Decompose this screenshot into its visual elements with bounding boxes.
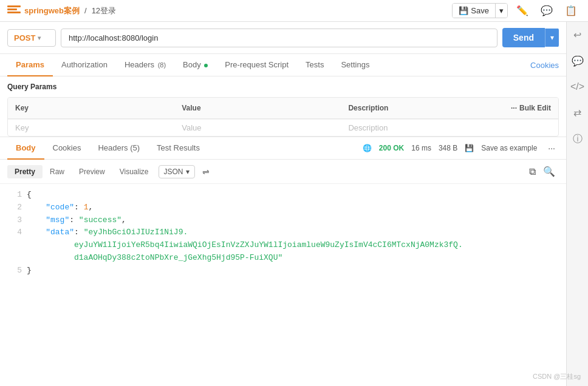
save-icon: 💾 — [459, 6, 468, 15]
top-bar: springweb案例 / 12登录 💾 Save ▾ ✏️ 💬 📋 — [0, 0, 588, 22]
response-status: 200 OK — [379, 144, 404, 152]
json-line-4: 4 "data": "eyJhbGciOiJIUzI1NiJ9. eyJuYW1… — [7, 226, 559, 264]
search-response-button[interactable]: 🔍 — [539, 163, 559, 180]
json-line-1: 1 { — [7, 189, 559, 201]
method-arrow-icon: ▾ — [38, 35, 41, 41]
json-line-2: 2 "code": 1, — [7, 201, 559, 214]
format-tabs: Pretty Raw Preview Visualize JSON ▾ ⇌ ⧉ … — [0, 160, 566, 184]
app-logo: springweb案例 — [7, 5, 80, 16]
bulk-edit-button[interactable]: ··· Bulk Edit — [511, 104, 551, 112]
comment-icon-button[interactable]: 💬 — [537, 2, 556, 19]
response-time: 16 ms — [411, 144, 431, 152]
save-label: Save — [471, 6, 489, 15]
floppy-icon: 💾 — [465, 144, 474, 152]
top-bar-right: 💾 Save ▾ ✏️ 💬 📋 — [452, 2, 581, 19]
key-placeholder[interactable]: Key — [8, 120, 174, 136]
tab-authorization[interactable]: Authorization — [53, 54, 116, 76]
response-more-button[interactable]: ··· — [544, 141, 559, 155]
app-name: springweb案例 — [24, 5, 80, 16]
bulk-edit-label: Bulk Edit — [519, 104, 551, 112]
response-meta: 🌐 200 OK 16 ms 348 B 💾 Save as example ·… — [363, 141, 559, 155]
response-tab-test-results[interactable]: Test Results — [148, 137, 208, 160]
data-key: "data" — [46, 228, 74, 237]
tab-settings[interactable]: Settings — [332, 54, 378, 76]
value-placeholder[interactable]: Value — [174, 120, 341, 136]
response-tab-body[interactable]: Body — [7, 137, 44, 160]
save-dropdown-button[interactable]: ▾ — [495, 4, 507, 18]
params-table: Key Value Description ··· Bulk Edit Key … — [7, 97, 559, 137]
top-bar-left: springweb案例 / 12登录 — [7, 5, 116, 16]
send-button[interactable]: Send — [502, 28, 545, 47]
msg-key: "msg" — [46, 215, 69, 225]
format-tab-preview[interactable]: Preview — [72, 165, 112, 178]
headers-badge: (8) — [158, 61, 166, 69]
json-line-5: 5 } — [7, 265, 559, 277]
code-key: "code" — [46, 203, 74, 212]
response-tab-headers[interactable]: Headers (5) — [89, 137, 148, 160]
params-table-header: Key Value Description ··· Bulk Edit — [8, 98, 558, 119]
main-layout: POST ▾ Send ▾ Params Authorization Heade… — [0, 22, 588, 386]
data-val: "eyJhbGciOiJIUzI1NiJ9. eyJuYW1lIjoiYeR5b… — [27, 228, 463, 262]
request-tabs-left: Params Authorization Headers (8) Body Pr… — [7, 54, 378, 76]
sidebar-icon-5[interactable]: ⓘ — [570, 130, 585, 148]
copy-response-button[interactable]: ⧉ — [525, 164, 539, 180]
bulk-edit-dots-icon: ··· — [511, 104, 517, 112]
send-btn-group: Send ▾ — [502, 28, 559, 47]
format-select-label: JSON — [164, 168, 183, 176]
watermark: CSDN @三桂sg — [533, 372, 581, 381]
body-dot — [204, 64, 208, 67]
cookies-link[interactable]: Cookies — [530, 55, 559, 76]
tab-pre-request[interactable]: Pre-request Script — [216, 54, 297, 76]
save-example-button[interactable]: Save as example — [481, 144, 537, 152]
sidebar-right: ↩ 💬 </> ⇄ ⓘ — [566, 22, 588, 386]
json-brace-close: } — [27, 265, 559, 277]
tab-body[interactable]: Body — [174, 54, 216, 76]
save-button[interactable]: 💾 Save — [453, 4, 495, 18]
format-select-arrow: ▾ — [186, 168, 190, 176]
tab-name: 12登录 — [92, 5, 116, 16]
desc-placeholder[interactable]: Description — [341, 120, 558, 136]
tab-params[interactable]: Params — [7, 54, 53, 76]
filter-icon[interactable]: ⇌ — [202, 167, 210, 177]
response-section: Body Cookies Headers (5) Test Results 🌐 … — [0, 137, 566, 386]
json-body: 1 { 2 "code": 1, 3 "msg": "success", — [0, 184, 566, 386]
url-bar: POST ▾ Send ▾ — [0, 22, 566, 54]
json-line-3: 3 "msg": "success", — [7, 214, 559, 227]
json-brace-open: { — [27, 189, 559, 201]
params-row-empty: Key Value Description — [8, 119, 558, 136]
sidebar-icon-1[interactable]: ↩ — [571, 27, 584, 43]
save-btn-group: 💾 Save ▾ — [452, 3, 508, 18]
msg-val: "success" — [79, 215, 121, 225]
sidebar-icon-2[interactable]: 💬 — [569, 53, 586, 69]
method-label: POST — [14, 33, 35, 42]
globe-icon: 🌐 — [363, 144, 372, 152]
response-tabs: Body Cookies Headers (5) Test Results 🌐 … — [0, 137, 566, 160]
method-select[interactable]: POST ▾ — [7, 29, 56, 47]
tab-headers[interactable]: Headers (8) — [116, 54, 174, 76]
request-tabs: Params Authorization Headers (8) Body Pr… — [0, 54, 566, 76]
copy-icon-button[interactable]: 📋 — [561, 2, 581, 19]
col-value-header: Value — [174, 101, 341, 115]
response-size: 348 B — [439, 144, 457, 152]
response-tab-cookies[interactable]: Cookies — [44, 137, 90, 160]
format-select[interactable]: JSON ▾ — [159, 165, 195, 178]
format-tab-visualize[interactable]: Visualize — [112, 165, 156, 178]
send-dropdown-button[interactable]: ▾ — [545, 29, 559, 47]
url-input[interactable] — [61, 29, 497, 47]
sidebar-icon-4[interactable]: ⇄ — [571, 104, 584, 121]
col-key-header: Key — [8, 101, 174, 115]
response-tabs-left: Body Cookies Headers (5) Test Results — [7, 137, 208, 159]
logo-icon — [7, 5, 21, 16]
edit-icon-button[interactable]: ✏️ — [513, 2, 532, 19]
sidebar-icon-3[interactable]: </> — [568, 79, 587, 95]
breadcrumb-sep: / — [84, 6, 87, 15]
query-params-header: Query Params — [0, 76, 566, 97]
format-tab-raw[interactable]: Raw — [43, 165, 72, 178]
tab-tests[interactable]: Tests — [297, 54, 332, 76]
col-desc-header: Description ··· Bulk Edit — [341, 101, 558, 115]
content-area: POST ▾ Send ▾ Params Authorization Heade… — [0, 22, 566, 386]
format-tab-pretty[interactable]: Pretty — [7, 165, 43, 178]
